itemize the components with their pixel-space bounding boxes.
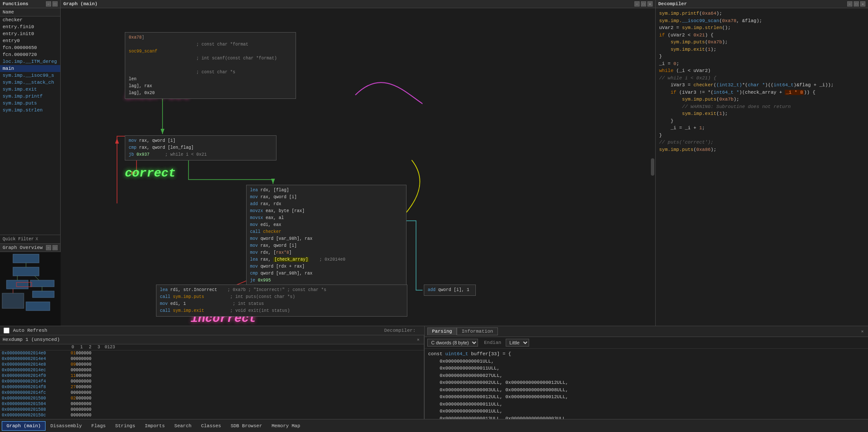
top-section: Functions − □ Name checker entry.fini0 e… [0,0,868,326]
decompiler-title: Decompiler [658,1,687,7]
hex-0123-header: 0123 [104,345,115,350]
decompiler-maximize-btn[interactable]: □ [854,1,859,7]
tab-information[interactable]: Information [457,327,498,335]
tab-classes[interactable]: Classes [196,421,226,431]
tab-sdb-browser[interactable]: SDB Browser [226,421,267,431]
graph-overview-svg [0,252,61,326]
hexdump-header: Hexdump 1 (unsynced) ✕ [0,335,424,344]
bottom-left: Auto Refresh Decompiler: Hexdump 1 (unsy… [0,326,425,419]
graph-panel-header: Graph (main) − □ ✕ [61,0,655,8]
graph-overview-maximize-btn[interactable]: □ [52,245,58,250]
func-item-init0[interactable]: entry.init0 [0,30,60,37]
func-item-loc-itm[interactable]: loc.imp.__ITM_dereg [0,58,60,65]
hex-row-8: 0x00000000020150002 00 00 00 [0,396,424,401]
asm-block-4: lea rdi, str.Incorrect ; 0xa7b ; "Incorr… [156,285,407,317]
func-item-puts[interactable]: sym.imp.puts [0,100,60,107]
func-item-printf[interactable]: sym.imp.printf [0,93,60,100]
tab-parsing[interactable]: Parsing [427,327,457,335]
tab-strings[interactable]: Strings [111,421,140,431]
quick-filter-clear-btn[interactable]: X [36,237,38,242]
hex-row-10: 0x00000000020150800 00 00 00 [0,407,424,412]
hex-row-11: 0x00000000020150c00 00 00 00 [0,412,424,418]
decompiler-line-9: while (_i < uVar2) [659,67,865,75]
graph-overview-section: Graph Overview − □ [0,243,60,326]
hex-bytes-header: 0 1 2 3 [69,345,103,350]
decompiler-line-11: iVar3 = checker((int32_t)*(char *)((int6… [659,82,865,89]
hexdump-area: Hexdump 1 (unsynced) ✕ 0 1 2 3 [0,335,424,419]
quick-filter: Quick Filter X [0,235,60,243]
graph-maximize-btn[interactable]: □ [641,1,646,7]
graph-overview-minimize-btn[interactable]: − [46,245,51,250]
tab-memory-map[interactable]: Memory Map [267,421,305,431]
hexdump-close-btn[interactable]: ✕ [415,337,421,343]
graph-scrollbar[interactable] [651,158,654,176]
func-item-fcn720[interactable]: fcn.00000720 [0,51,60,58]
endian-label: Endian [484,340,501,345]
functions-maximize-btn[interactable]: □ [52,1,58,7]
decompiler-panel-controls: − □ ✕ [847,1,865,7]
parsing-tabs: Parsing Information [427,327,498,335]
graph-close-btn[interactable]: ✕ [647,1,653,7]
decompiler-line-20: sym.imp.puts(0xa86); [659,146,865,154]
tab-disassembly[interactable]: Disassembly [46,421,87,431]
functions-col-header: Name [0,8,60,16]
parsing-close-btn[interactable]: ✕ [859,328,865,334]
decompiler-close-btn[interactable]: ✕ [860,1,865,7]
decompiler-line-19: // puts('correct'); [659,139,865,146]
graph-panel-controls: − □ ✕ [634,1,653,7]
decompiler-line-13: sym.imp.puts(0xa7b); [659,96,865,103]
functions-minimize-btn[interactable]: − [46,1,51,7]
parsing-code: const uint64_t buffer[33] = { 0x00000000… [428,350,865,419]
decompiler-panel: Decompiler − □ ✕ sym.imp.printf(0xa64); … [656,0,868,326]
correct-label: correct [125,167,176,180]
func-item-fini0[interactable]: entry.fini0 [0,23,60,30]
func-item-strlen[interactable]: sym.imp.strlen [0,107,60,114]
func-item-isoc99[interactable]: sym.imp.__isoc99_s [0,72,60,79]
tab-search[interactable]: Search [169,421,196,431]
graph-minimize-btn[interactable]: − [634,1,640,7]
graph-content[interactable]: incorrect correct incorrect 0xa78] ; con… [61,8,655,326]
hex-col-3: 3 [95,345,103,350]
hex-row-1: 0x0000000002014e400 00 00 00 [0,356,424,362]
decompiler-minimize-btn[interactable]: − [847,1,852,7]
parsing-header: Parsing Information ✕ [425,326,868,337]
graph-overview-content [0,252,61,326]
svg-rect-4 [2,293,24,308]
decompiler-line-4: if (uVar2 < 0x21) { [659,32,865,39]
hex-row-3: 0x0000000002014ec00 00 00 00 [0,367,424,373]
parsing-type-select[interactable]: C dwords (8 byte) [427,339,478,347]
hex-row-6: 0x0000000002014f827 00 00 00 [0,384,424,390]
func-item-entry0[interactable]: entry0 [0,37,60,44]
func-item-checker[interactable]: checker [0,16,60,23]
autorefresh-row: Auto Refresh Decompiler: [0,326,424,335]
svg-rect-1 [13,267,39,276]
bottom-section: Auto Refresh Decompiler: Hexdump 1 (unsy… [0,326,868,419]
tab-imports[interactable]: Imports [140,421,169,431]
hexdump-content[interactable]: 0 1 2 3 0123 0x0000000002014e001 00 00 0… [0,344,424,419]
hex-row-7: 0x0000000002014fc00 00 00 00 [0,390,424,396]
decompiler-line-17: _i = _i + 1; [659,124,865,132]
hex-col-2: 2 [86,345,94,350]
hex-addr-header [2,345,69,350]
autorefresh-checkbox[interactable] [3,327,10,334]
tab-graph-main[interactable]: Graph (main) [2,421,46,431]
decompiler-line-10: // while i < 0x21) { [659,75,865,82]
main-layout: Functions − □ Name checker entry.fini0 e… [0,0,868,432]
tab-flags[interactable]: Flags [87,421,111,431]
svg-rect-3 [30,280,54,287]
hex-row-4: 0x0000000002014f011 00 00 00 [0,373,424,379]
decompiler-line-16: } [659,118,865,125]
endian-select[interactable]: Little [506,339,529,347]
func-item-exit[interactable]: sym.imp.exit [0,86,60,93]
quick-filter-label: Quick Filter [3,237,34,242]
svg-rect-6 [26,302,50,311]
functions-panel-header: Functions − □ [0,0,60,8]
bottom-tabs: Graph (main) Disassembly Flags Strings I… [0,419,868,432]
func-item-stack-chk[interactable]: sym.imp.__stack_ch [0,79,60,86]
func-item-fcn650[interactable]: fcn.00000650 [0,44,60,51]
hex-col-1: 1 [78,345,85,350]
func-item-main[interactable]: main [0,65,60,72]
svg-rect-5 [33,291,54,298]
hex-col-header: 0 1 2 3 0123 [0,344,424,350]
parsing-type-row: C dwords (8 byte) Endian Little [425,337,868,349]
